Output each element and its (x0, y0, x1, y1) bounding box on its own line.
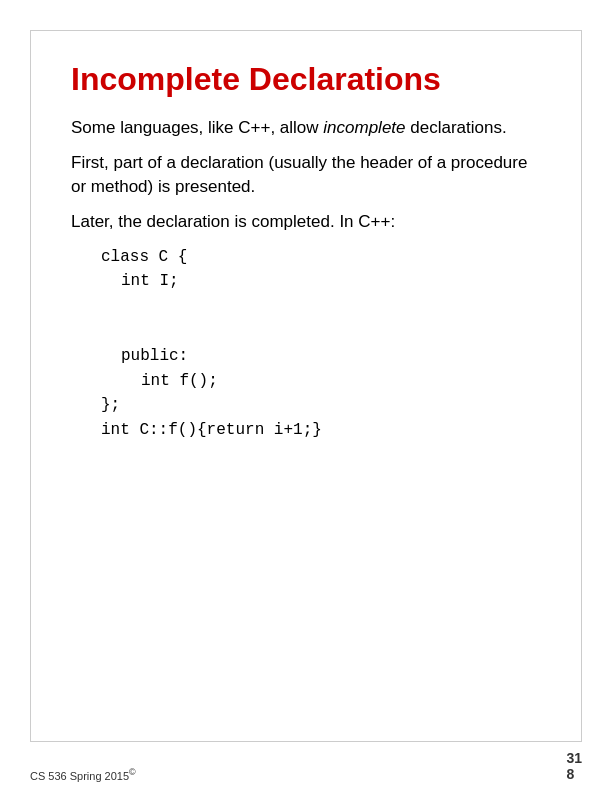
footer-course: CS 536 Spring 2015 (30, 770, 129, 782)
footer-left: CS 536 Spring 2015© (30, 767, 136, 782)
code-line-2: int I; (121, 269, 541, 294)
paragraph-2: First, part of a declaration (usually th… (71, 151, 541, 200)
p1-text-before: Some languages, like C++, allow (71, 118, 323, 137)
footer: CS 536 Spring 2015© 31 8 (30, 750, 582, 782)
page-number-top: 31 (566, 750, 582, 766)
paragraph-1: Some languages, like C++, allow incomple… (71, 116, 541, 141)
code-line-6: int f(); (141, 369, 541, 394)
paragraph-3: Later, the declaration is completed. In … (71, 210, 541, 235)
code-line-blank1 (81, 294, 541, 319)
code-line-5: public: (121, 344, 541, 369)
p1-italic: incomplete (323, 118, 405, 137)
slide-border: Incomplete Declarations Some languages, … (30, 30, 582, 742)
page-number-bottom: 8 (566, 766, 574, 782)
code-line-8: int C::f(){return i+1;} (101, 418, 541, 443)
code-line-blank2 (81, 319, 541, 344)
footer-right: 31 8 (566, 750, 582, 782)
slide-title: Incomplete Declarations (71, 61, 541, 98)
code-line-7: }; (101, 393, 541, 418)
p1-text-after: declarations. (406, 118, 507, 137)
code-block: class C { int I; public: int f(); }; int… (81, 245, 541, 443)
copyright-symbol: © (129, 767, 136, 777)
slide-content: Incomplete Declarations Some languages, … (31, 31, 581, 463)
code-line-1: class C { (101, 245, 541, 270)
